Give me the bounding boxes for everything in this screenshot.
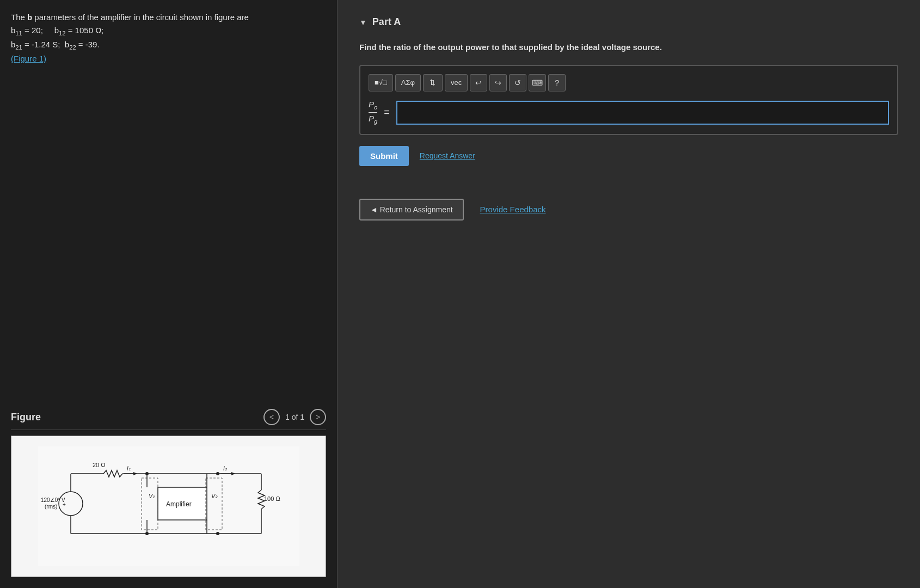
toolbar-arrows-button[interactable]: ⇅ (423, 74, 443, 91)
toolbar-sqrt-button[interactable]: ■√□ (369, 74, 393, 91)
fraction-denominator: Pg (369, 114, 377, 126)
toolbar-refresh-button[interactable]: ↺ (509, 74, 526, 91)
answer-input[interactable] (396, 101, 889, 125)
svg-text:V₂: V₂ (211, 493, 218, 499)
figure-link[interactable]: (Figure 1) (11, 54, 46, 63)
return-to-assignment-button[interactable]: ◄ Return to Assignment (359, 199, 464, 220)
problem-statement: The b parameters of the amplifier in the… (11, 11, 326, 65)
fraction-numerator: Po (369, 100, 377, 112)
request-answer-button[interactable]: Request Answer (420, 151, 475, 160)
svg-text:20 Ω: 20 Ω (93, 462, 106, 468)
svg-text:V₁: V₁ (149, 493, 155, 499)
next-figure-button[interactable]: > (310, 409, 326, 425)
toolbar-vec-button[interactable]: vec (445, 74, 468, 91)
part-arrow: ▼ (359, 18, 367, 27)
right-panel: ▼ Part A Find the ratio of the output po… (338, 0, 920, 588)
figure-nav: < 1 of 1 > (263, 409, 326, 425)
svg-text:100 Ω: 100 Ω (264, 495, 280, 502)
answer-row: Po Pg = (369, 100, 889, 126)
submit-button[interactable]: Submit (359, 146, 409, 166)
action-row: Submit Request Answer (359, 146, 898, 166)
circuit-figure: 20 Ω + (11, 436, 326, 577)
toolbar-undo-button[interactable]: ↩ (470, 74, 487, 91)
figure-title: Figure (11, 412, 41, 423)
svg-text:120∠0° V: 120∠0° V (41, 497, 65, 503)
svg-text:(rms): (rms) (45, 504, 57, 510)
fraction-label: Po Pg (369, 100, 377, 126)
svg-text:Amplifier: Amplifier (166, 500, 192, 508)
figure-counter: 1 of 1 (285, 413, 304, 421)
bottom-row: ◄ Return to Assignment Provide Feedback (359, 199, 898, 220)
question-text: Find the ratio of the output power to th… (359, 41, 898, 54)
part-header: ▼ Part A (359, 16, 898, 28)
toolbar-help-button[interactable]: ? (548, 74, 566, 91)
part-title: Part A (372, 16, 401, 28)
svg-text:I₁: I₁ (127, 465, 131, 471)
svg-text:I₂: I₂ (223, 465, 228, 471)
fraction-line (369, 112, 377, 113)
toolbar-redo-button[interactable]: ↪ (489, 74, 507, 91)
figure-header: Figure < 1 of 1 > (11, 409, 326, 430)
left-panel: The b parameters of the amplifier in the… (0, 0, 338, 588)
answer-box: ■√□ AΣφ ⇅ vec ↩ ↪ ↺ ⌨ ? Po Pg = (359, 65, 898, 135)
equals-sign: = (384, 107, 390, 118)
toolbar-asigma-button[interactable]: AΣφ (395, 74, 421, 91)
figure-section: Figure < 1 of 1 > 20 Ω (11, 409, 326, 577)
prev-figure-button[interactable]: < (263, 409, 280, 425)
toolbar-keyboard-button[interactable]: ⌨ (529, 74, 546, 91)
toolbar: ■√□ AΣφ ⇅ vec ↩ ↪ ↺ ⌨ ? (369, 74, 889, 91)
circuit-svg: 20 Ω + (38, 446, 299, 566)
provide-feedback-button[interactable]: Provide Feedback (480, 205, 546, 214)
